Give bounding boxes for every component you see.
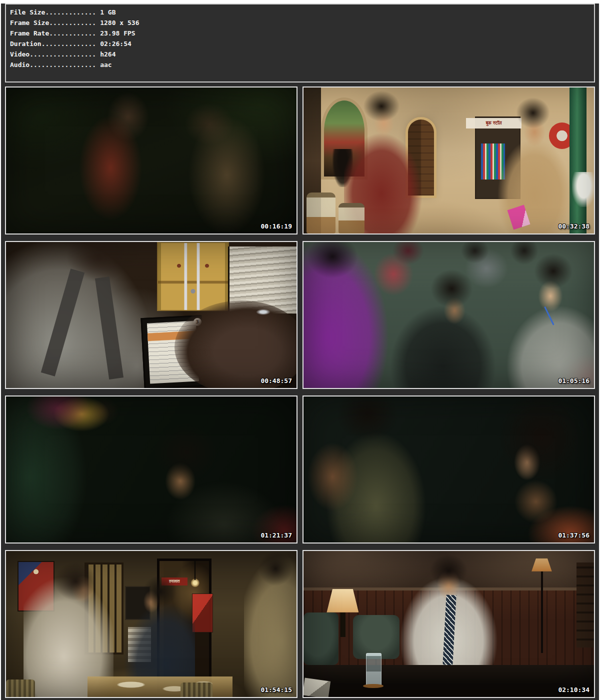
glasses-glint: [256, 309, 270, 315]
timestamp-badge: 01:21:37: [260, 532, 292, 539]
info-value: aac: [96, 61, 112, 68]
info-line-video: Video.................h264: [10, 49, 590, 60]
screenshot-thumb-4: 01:05:16: [302, 241, 595, 389]
wicker-chair: [6, 680, 35, 697]
dot-leader: .................: [30, 61, 96, 68]
screenshot-thumb-8: 02:10:34: [302, 550, 595, 698]
info-line-duration: Duration..............02:26:54: [10, 38, 590, 49]
timestamp-badge: 00:48:57: [260, 377, 292, 384]
green-iron-pillar: [570, 88, 587, 234]
floor-lamp-pole: [541, 572, 542, 654]
dot-leader: ............: [49, 30, 96, 37]
dot-leader: ..............: [42, 40, 96, 48]
info-label: Frame Size: [10, 19, 49, 26]
movie-still: [6, 396, 296, 542]
movie-still: [304, 242, 594, 388]
timestamp-badge: 01:05:16: [558, 377, 590, 384]
policeman-right: [244, 551, 296, 697]
movie-still: [6, 88, 296, 234]
screenshot-thumb-3: 3 00:48:57: [5, 241, 298, 389]
info-value: 1 GB: [96, 8, 116, 16]
water-glass: [366, 653, 382, 686]
dark-table: [304, 665, 594, 697]
glass-jar: [338, 203, 364, 234]
screenshot-thumb-2: बुक स्टॉल 00:32:38: [302, 86, 595, 234]
info-line-frame-size: Frame Size............1280 x 536: [10, 18, 590, 28]
timestamp-badge: 01:37:56: [558, 532, 590, 539]
timestamp-badge: 00:32:38: [558, 222, 590, 230]
screenshot-sheet: File Size.............1 GB Frame Size...…: [1, 4, 599, 700]
man-in-tan-shirt: [495, 96, 570, 234]
info-label: File Size: [10, 8, 45, 16]
timestamp-badge: 00:16:19: [260, 222, 292, 230]
screenshot-thumb-6: 01:37:56: [302, 396, 595, 544]
screenshot-grid: 00:16:19 बुक स्टॉल 00:32:38: [1, 86, 599, 698]
info-line-audio: Audio.................aac: [10, 60, 590, 70]
info-label: Audio: [10, 61, 30, 68]
info-value: 02:26:54: [96, 40, 132, 48]
dot-leader: ............: [49, 19, 96, 26]
glass-jar: [306, 192, 336, 234]
info-value: 1280 x 536: [96, 19, 139, 26]
wicker-chair: [180, 682, 212, 697]
table-lamp-stem: [340, 612, 345, 638]
timestamp-badge: 01:54:15: [260, 686, 292, 694]
timestamp-badge: 02:10:34: [558, 686, 590, 694]
papers-on-table: [302, 678, 330, 698]
screenshot-thumb-5: 01:21:37: [5, 396, 298, 544]
info-label: Video: [10, 50, 30, 58]
info-label: Duration: [10, 40, 42, 48]
dot-leader: .................: [30, 50, 96, 58]
dot-leader: .............: [45, 8, 96, 16]
info-value: h264: [96, 50, 116, 58]
screenshot-thumb-1: 00:16:19: [5, 86, 298, 234]
screenshot-thumb-7: हवालात 01:54:15: [5, 550, 298, 698]
info-label: Frame Rate: [10, 30, 49, 37]
movie-still: [304, 396, 594, 542]
armchair: [304, 612, 338, 665]
yellow-key-cabinet: [157, 242, 228, 311]
info-line-frame-rate: Frame Rate............23.98 FPS: [10, 28, 590, 38]
bookshelf: [576, 562, 594, 647]
info-value: 23.98 FPS: [96, 30, 135, 37]
info-line-file-size: File Size.............1 GB: [10, 7, 590, 18]
person-silhouette: [572, 172, 595, 207]
media-info-box: File Size.............1 GB Frame Size...…: [5, 4, 595, 82]
red-poster: [192, 594, 214, 632]
